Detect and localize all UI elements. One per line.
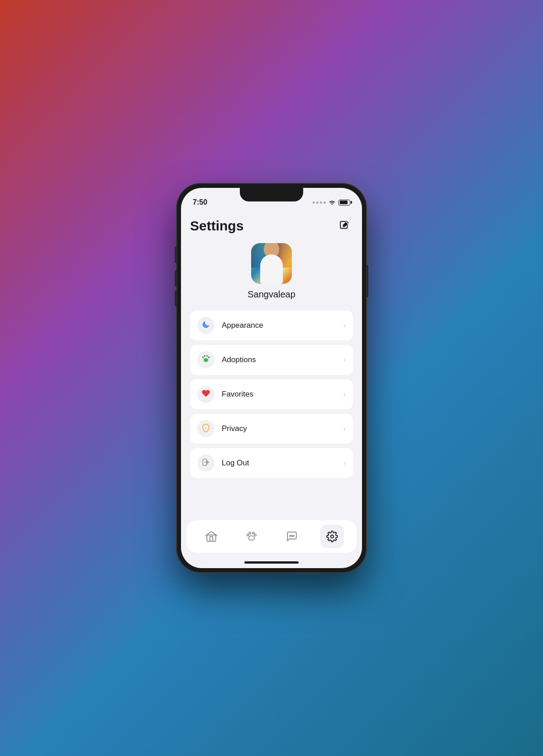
username: Sangvaleap bbox=[248, 289, 295, 300]
favorites-icon-circle bbox=[197, 386, 214, 403]
svg-point-16 bbox=[330, 535, 333, 538]
favorites-label: Favorites bbox=[222, 390, 343, 399]
privacy-icon-circle: i bbox=[197, 420, 214, 437]
header: Settings bbox=[190, 218, 353, 234]
signal-dots bbox=[313, 201, 326, 204]
nav-item-messages[interactable] bbox=[280, 525, 304, 548]
adoptions-icon-circle bbox=[197, 351, 214, 368]
status-icons bbox=[313, 199, 350, 206]
appearance-icon-circle bbox=[197, 317, 214, 334]
nav-item-home[interactable] bbox=[200, 525, 223, 548]
favorites-chevron: › bbox=[343, 390, 346, 398]
messages-icon bbox=[286, 530, 298, 543]
adoptions-label: Adoptions bbox=[222, 355, 343, 364]
svg-point-4 bbox=[208, 356, 210, 358]
logout-icon bbox=[201, 458, 210, 469]
appearance-label: Appearance bbox=[222, 321, 343, 330]
privacy-chevron: › bbox=[343, 425, 346, 433]
svg-point-12 bbox=[254, 534, 256, 536]
settings-list: Appearance › bbox=[190, 311, 353, 516]
paw-icon bbox=[201, 354, 211, 366]
logout-icon-circle bbox=[197, 455, 214, 472]
bottom-nav bbox=[186, 520, 357, 553]
svg-point-5 bbox=[204, 358, 208, 362]
svg-point-13 bbox=[290, 536, 291, 536]
logout-label: Log Out bbox=[222, 459, 343, 468]
svg-rect-8 bbox=[207, 535, 216, 541]
svg-point-1 bbox=[202, 356, 204, 358]
svg-text:i: i bbox=[205, 426, 206, 430]
phone-outer: 7:50 bbox=[176, 183, 367, 573]
shield-icon: i bbox=[201, 423, 210, 434]
status-time: 7:50 bbox=[193, 198, 207, 206]
home-indicator bbox=[181, 559, 362, 568]
svg-point-11 bbox=[252, 532, 254, 534]
svg-point-3 bbox=[206, 355, 208, 357]
page-title: Settings bbox=[190, 218, 243, 234]
nav-item-settings[interactable] bbox=[320, 525, 344, 548]
settings-item-logout[interactable]: Log Out › bbox=[190, 448, 353, 478]
battery-icon bbox=[338, 200, 350, 206]
settings-item-privacy[interactable]: i Privacy › bbox=[190, 414, 353, 444]
svg-point-2 bbox=[204, 355, 205, 357]
edit-icon bbox=[339, 220, 351, 232]
main-content: Settings San bbox=[181, 211, 362, 516]
pets-icon bbox=[245, 530, 258, 543]
logout-chevron: › bbox=[343, 459, 346, 467]
home-icon bbox=[205, 530, 218, 543]
settings-item-appearance[interactable]: Appearance › bbox=[190, 311, 353, 340]
profile-section: Sangvaleap bbox=[190, 243, 353, 300]
nav-item-pets[interactable] bbox=[240, 525, 263, 548]
avatar-container bbox=[251, 243, 292, 284]
svg-point-15 bbox=[293, 536, 294, 536]
settings-item-adoptions[interactable]: Adoptions › bbox=[190, 345, 353, 375]
home-bar bbox=[244, 561, 299, 564]
notch bbox=[240, 188, 303, 201]
settings-icon bbox=[326, 530, 338, 543]
adoptions-chevron: › bbox=[343, 356, 346, 364]
moon-icon bbox=[201, 320, 210, 331]
avatar-placeholder bbox=[251, 243, 292, 284]
svg-point-14 bbox=[291, 536, 292, 536]
edit-button[interactable] bbox=[337, 218, 353, 234]
heart-icon bbox=[201, 389, 210, 400]
appearance-chevron: › bbox=[343, 321, 346, 330]
svg-point-10 bbox=[249, 532, 251, 534]
wifi-icon bbox=[329, 199, 336, 206]
svg-point-9 bbox=[247, 534, 248, 536]
settings-item-favorites[interactable]: Favorites › bbox=[190, 379, 353, 409]
privacy-label: Privacy bbox=[222, 424, 343, 433]
phone-screen: 7:50 bbox=[181, 188, 362, 568]
